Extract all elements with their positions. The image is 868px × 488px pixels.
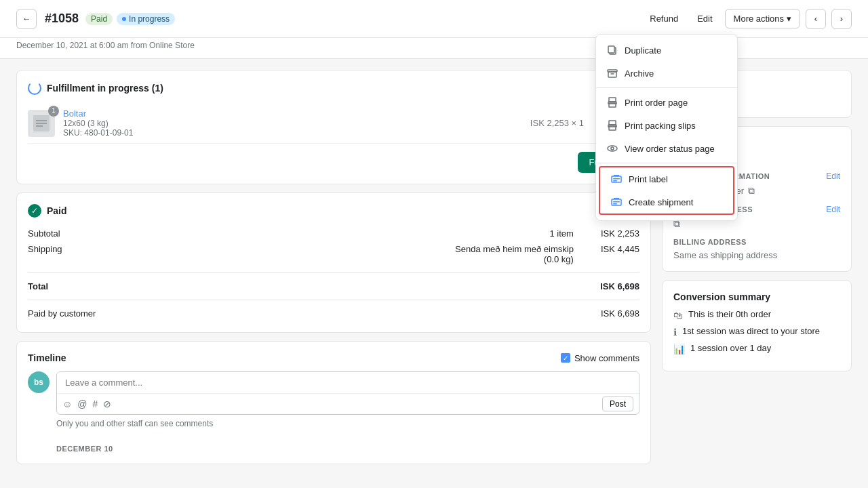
- paid-amount: ISK 6,698: [601, 308, 639, 319]
- print-order-menu-item[interactable]: Print order page: [596, 91, 737, 114]
- conversion-text-1: This is their 0th order: [688, 309, 771, 319]
- next-order-button[interactable]: ›: [831, 9, 852, 29]
- info-icon: ℹ: [673, 327, 677, 338]
- order-number: #1058: [45, 12, 79, 26]
- hashtag-icon[interactable]: #: [93, 399, 98, 409]
- subtotal-label: Subtotal: [28, 228, 60, 239]
- billing-section-title: BILLING ADDRESS: [673, 238, 747, 246]
- subtotal-qty: 1 item: [549, 228, 573, 239]
- total-amount: ISK 6,698: [600, 281, 639, 291]
- svg-rect-11: [613, 178, 620, 180]
- edit-button[interactable]: Edit: [690, 9, 719, 28]
- print-label-menu-item[interactable]: Print label: [600, 167, 733, 190]
- shipping-method: Senda með heim með eimskip (0.0 kg): [438, 244, 574, 264]
- spinner-icon: [28, 81, 41, 95]
- shipping-label: Shipping: [28, 244, 62, 264]
- more-actions-dropdown: Duplicate Archive Print order page Print…: [595, 34, 738, 221]
- product-image: 1: [28, 110, 55, 137]
- create-shipment-label: Create shipment: [629, 197, 693, 207]
- chevron-left-icon: ‹: [814, 14, 817, 24]
- highlighted-section: Print label Create shipment: [599, 166, 734, 215]
- more-actions-label: More actions: [734, 14, 784, 24]
- print-label-label: Print label: [629, 174, 668, 184]
- back-button[interactable]: ←: [16, 9, 37, 29]
- print-packing-icon: [607, 120, 618, 131]
- fulfillment-card: Fulfillment in progress (1) 1 Boltar 12x…: [16, 70, 651, 184]
- emoji-icon[interactable]: ☺: [62, 399, 72, 409]
- svg-rect-14: [613, 201, 620, 203]
- attachment-icon[interactable]: ⊘: [103, 399, 111, 409]
- print-order-icon: [607, 97, 618, 108]
- create-shipment-icon: [611, 197, 622, 207]
- svg-point-9: [611, 147, 614, 150]
- print-packing-menu-item[interactable]: Print packing slips: [596, 114, 737, 137]
- show-comments-toggle[interactable]: ✓ Show comments: [561, 353, 639, 363]
- billing-same-text: Same as shipping address: [673, 250, 840, 260]
- print-order-label: Print order page: [625, 98, 688, 108]
- product-details: 12x60 (3 kg): [63, 119, 521, 128]
- shipping-amount: ISK 4,445: [601, 244, 639, 254]
- svg-point-8: [608, 146, 617, 151]
- conversion-text-2: 1st session was direct to your store: [682, 326, 820, 336]
- product-sku: SKU: 480-01-09-01: [63, 128, 521, 138]
- fulfillment-title: Fulfillment in progress (1): [47, 83, 163, 94]
- subtotal-row: Subtotal 1 item ISK 2,253: [28, 226, 639, 241]
- duplicate-icon: [607, 45, 618, 56]
- progress-dot: [122, 17, 126, 21]
- order-icon: 🛍: [673, 310, 683, 321]
- paid-by-label: Paid by customer: [28, 308, 96, 319]
- product-info: Boltar 12x60 (3 kg) SKU: 480-01-09-01: [63, 108, 521, 138]
- chevron-down-icon: ▾: [787, 14, 791, 24]
- back-icon: ←: [22, 14, 31, 24]
- total-row: Total ISK 6,698: [28, 279, 639, 294]
- mention-icon[interactable]: @: [77, 399, 87, 409]
- product-count: 1: [48, 106, 59, 117]
- print-packing-label: Print packing slips: [625, 121, 696, 131]
- paid-row: Paid by customer ISK 6,698: [28, 306, 639, 321]
- conversion-item-3: 📊 1 session over 1 day: [673, 343, 840, 354]
- duplicate-label: Duplicate: [625, 45, 661, 56]
- chevron-right-icon: ›: [840, 14, 843, 24]
- conversion-item-1: 🛍 This is their 0th order: [673, 309, 840, 321]
- timeline-title: Timeline: [28, 352, 66, 363]
- chart-icon: 📊: [673, 344, 685, 354]
- comment-input[interactable]: [57, 372, 639, 393]
- product-name[interactable]: Boltar: [63, 108, 521, 119]
- timeline-card: Timeline ✓ Show comments bs ☺ @: [16, 341, 651, 464]
- more-actions-button[interactable]: More actions ▾: [725, 9, 800, 28]
- copy-phone-icon[interactable]: ⧉: [748, 185, 755, 197]
- show-comments-checkbox[interactable]: ✓: [561, 353, 570, 363]
- svg-rect-12: [613, 180, 617, 182]
- post-button[interactable]: Post: [602, 396, 633, 411]
- conversion-item-2: ℹ 1st session was direct to your store: [673, 326, 840, 338]
- contact-edit-link[interactable]: Edit: [826, 171, 840, 181]
- product-row: 1 Boltar 12x60 (3 kg) SKU: 480-01-09-01 …: [28, 103, 639, 144]
- subtotal-amount: ISK 2,253: [601, 228, 639, 239]
- total-label: Total: [28, 281, 48, 291]
- show-comments-label: Show comments: [574, 353, 639, 363]
- svg-rect-2: [608, 46, 614, 53]
- duplicate-menu-item[interactable]: Duplicate: [596, 39, 737, 62]
- svg-rect-4: [609, 98, 616, 102]
- check-icon: ✓: [28, 204, 41, 218]
- comment-note: Only you and other staff can see comment…: [56, 419, 639, 428]
- archive-menu-item[interactable]: Archive: [596, 62, 737, 85]
- order-date: December 10, 2021 at 6:00 am from Online…: [0, 38, 868, 59]
- paid-badge: Paid: [85, 13, 113, 25]
- view-status-menu-item[interactable]: View order status page: [596, 137, 737, 160]
- paid-title: Paid: [47, 205, 67, 216]
- archive-icon: [607, 68, 618, 79]
- view-status-label: View order status page: [625, 144, 715, 154]
- conversion-title: Conversion summary: [673, 291, 840, 302]
- prev-order-button[interactable]: ‹: [806, 9, 826, 29]
- shipping-edit-link[interactable]: Edit: [826, 205, 840, 214]
- create-shipment-menu-item[interactable]: Create shipment: [600, 190, 733, 214]
- user-avatar: bs: [28, 371, 50, 393]
- conversion-text-3: 1 session over 1 day: [690, 343, 771, 353]
- eye-icon: [607, 143, 618, 154]
- archive-label: Archive: [625, 68, 654, 79]
- product-thumbnail-icon: [33, 115, 50, 131]
- print-label-icon: [611, 174, 622, 184]
- timeline-date: DECEMBER 10: [56, 445, 639, 453]
- refund-button[interactable]: Refund: [643, 9, 685, 28]
